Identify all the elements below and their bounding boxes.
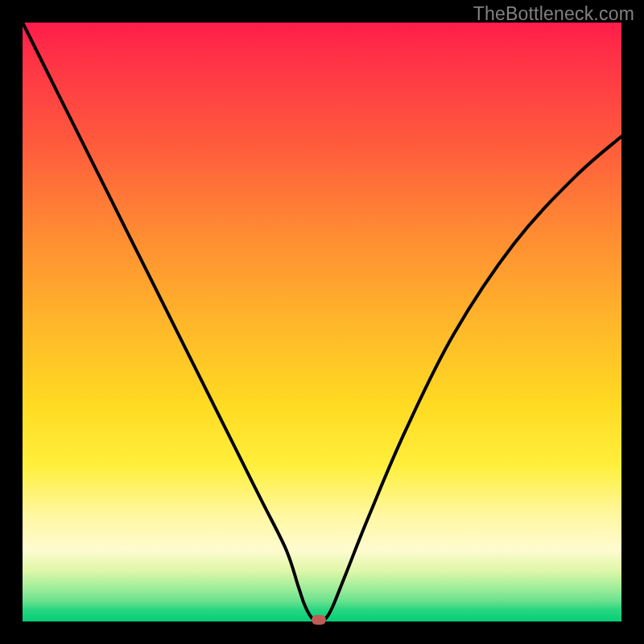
chart-frame: TheBottleneck.com: [0, 0, 644, 644]
curve-path: [23, 23, 621, 622]
plot-area: [23, 23, 621, 621]
watermark-text: TheBottleneck.com: [473, 3, 634, 25]
optimum-marker: [312, 615, 326, 625]
bottleneck-curve: [23, 23, 621, 621]
